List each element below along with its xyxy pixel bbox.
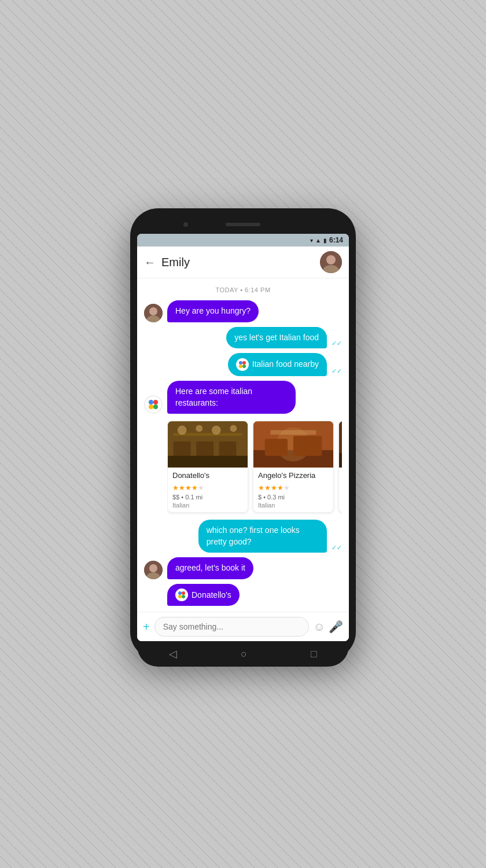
svg-rect-31 [339,453,342,468]
restaurant-details: $$ • 0.1 mi [172,494,243,501]
phone-screen: ▾ ▲ ▮ 6:14 ← Emily TODAY • 6:14 PM [137,234,349,641]
stars-filled: ★★★★ [172,484,198,492]
svg-rect-29 [271,431,316,435]
svg-rect-19 [168,456,248,468]
svg-point-39 [178,591,182,595]
restaurant-name: Donatello's [172,471,243,480]
svg-point-42 [182,595,185,598]
svg-point-20 [178,426,187,435]
restaurant-image [339,421,342,468]
action-bubble-row: Donatello's [167,584,342,606]
stars-filled: ★★★★ [258,484,284,492]
restaurant-rating: ★★★★★ [258,482,329,492]
emoji-button[interactable]: ☺ [314,620,325,634]
assistant-icon [144,395,163,414]
status-time: 6:14 [329,236,343,244]
phone-device: ▾ ▲ ▮ 6:14 ← Emily TODAY • 6:14 PM [130,208,356,660]
status-icons: ▾ ▲ ▮ 6:14 [310,236,343,244]
restaurant-card-donatello[interactable]: Donatello's ★★★★★ $$ • 0.1 mi Italian [167,421,248,513]
speaker [226,223,260,226]
svg-point-41 [178,595,182,598]
contact-avatar[interactable] [320,251,342,273]
restaurant-details: $ • 0.3 mi [258,494,329,501]
svg-point-23 [230,425,237,432]
recent-nav-icon[interactable]: □ [311,648,317,660]
sender-avatar [144,304,163,322]
app-header: ← Emily [137,247,349,278]
chat-timestamp: TODAY • 6:14 PM [144,286,342,293]
add-button[interactable]: + [143,620,150,634]
message-row: which one? first one looks pretty good? … [144,520,342,553]
action-bubble[interactable]: Donatello's [167,584,240,606]
checkmark-icon: ✓✓ [332,340,342,347]
assistant-query-bubble: Italian food nearby [228,353,327,376]
assistant-message-row: Here are some italian restaurants: [144,381,342,414]
status-bar: ▾ ▲ ▮ 6:14 [137,234,349,247]
card-info: Donatello's ★★★★★ $$ • 0.1 mi Italian [168,468,248,512]
message-bubble: yes let's get Italian food [226,327,327,349]
svg-point-10 [149,400,153,404]
camera [183,222,188,227]
card-info: Paolo's Pi... ★★★★★ Italian [339,468,342,504]
message-bubble: which one? first one looks pretty good? [198,520,327,553]
sender-avatar [144,561,163,579]
restaurant-card-paolos[interactable]: Paolo's Pi... ★★★★★ Italian [338,421,342,513]
restaurant-image [253,421,333,468]
svg-point-6 [239,361,242,365]
restaurant-cuisine: Italian [258,502,329,509]
restaurant-rating: ★★★★★ [172,482,243,492]
stars-empty: ★ [284,484,290,492]
restaurant-cards[interactable]: Donatello's ★★★★★ $$ • 0.1 mi Italian [167,418,342,515]
wifi-icon: ▾ [310,237,313,244]
svg-point-8 [239,365,242,368]
battery-icon: ▮ [323,237,327,244]
svg-rect-27 [265,439,288,457]
message-bubble: agreed, let's book it [167,557,253,579]
message-input[interactable] [154,617,309,637]
mic-button[interactable]: 🎤 [329,620,343,634]
stars-empty: ★ [198,484,204,492]
svg-point-4 [149,307,157,315]
chat-area: TODAY • 6:14 PM Hey are you hungry? y [137,278,349,612]
signal-icon: ▲ [315,237,321,244]
svg-rect-28 [293,436,322,457]
card-info: Angelo's Pizzeria ★★★★★ $ • 0.3 mi Itali… [253,468,333,512]
checkmark-icon: ✓✓ [332,367,342,375]
google-assistant-small-icon [175,589,188,601]
back-nav-icon[interactable]: ◁ [169,648,177,660]
message-row: Hey are you hungry? [144,300,342,322]
svg-point-22 [212,426,221,435]
contact-name: Emily [161,256,314,269]
svg-point-37 [149,564,157,572]
home-nav-icon[interactable]: ○ [241,648,247,660]
back-button[interactable]: ← [144,256,156,269]
restaurant-name: Angelo's Pizzeria [258,471,329,480]
message-row: agreed, let's book it [144,557,342,579]
svg-point-1 [326,255,336,264]
restaurant-card-angelos[interactable]: Angelo's Pizzeria ★★★★★ $ • 0.3 mi Itali… [253,421,334,513]
svg-point-9 [242,365,246,368]
input-icons: ☺ 🎤 [314,620,343,634]
checkmark-icon: ✓✓ [332,544,342,551]
phone-nav: ◁ ○ □ [137,641,349,667]
google-assistant-icon [236,358,249,371]
input-bar: + ☺ 🎤 [137,612,349,641]
phone-top [137,215,349,234]
assistant-text-bubble: Here are some italian restaurants: [167,381,296,414]
message-row: Italian food nearby ✓✓ [144,353,342,376]
svg-point-21 [196,425,203,432]
svg-point-40 [182,591,185,595]
restaurant-image [168,421,248,468]
restaurant-cuisine: Italian [172,502,243,509]
message-bubble: Hey are you hungry? [167,300,259,322]
svg-point-11 [153,400,158,404]
svg-point-13 [153,404,158,409]
svg-point-12 [149,404,153,409]
svg-point-7 [242,361,246,365]
message-row: yes let's get Italian food ✓✓ [144,327,342,349]
